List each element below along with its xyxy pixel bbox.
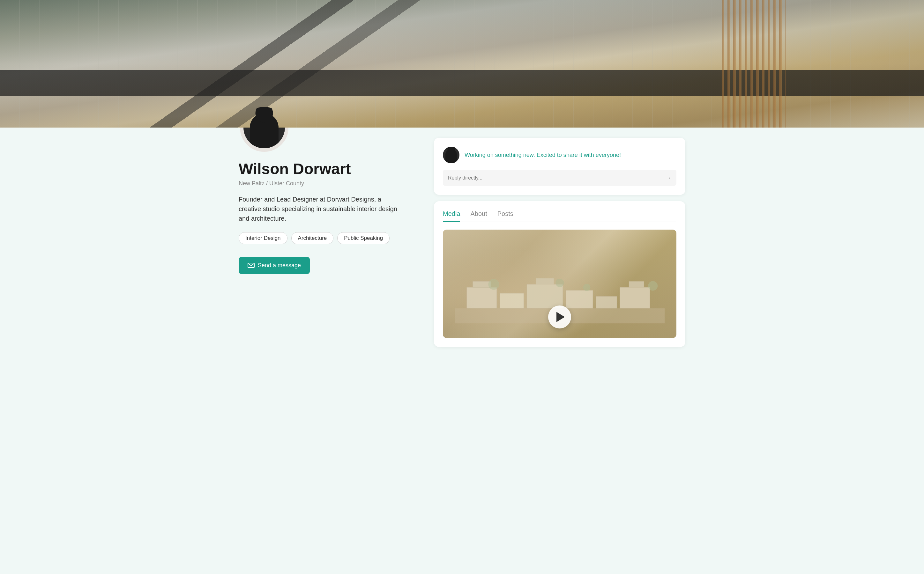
tags-container: Interior Design Architecture Public Spea… bbox=[239, 232, 424, 244]
svg-rect-9 bbox=[620, 287, 649, 308]
profile-city: New Paltz bbox=[239, 180, 264, 186]
svg-point-12 bbox=[556, 279, 564, 287]
tag-interior-design[interactable]: Interior Design bbox=[239, 232, 287, 244]
svg-point-11 bbox=[488, 279, 499, 290]
profile-section: Wilson Dorwart New Paltz / Ulster County… bbox=[239, 128, 424, 274]
mail-icon bbox=[248, 263, 254, 268]
tag-architecture[interactable]: Architecture bbox=[291, 232, 334, 244]
svg-rect-10 bbox=[629, 281, 644, 287]
profile-bio: Founder and Lead Designer at Dorwart Des… bbox=[239, 194, 404, 223]
svg-rect-5 bbox=[526, 284, 562, 308]
tag-public-speaking[interactable]: Public Speaking bbox=[337, 232, 390, 244]
video-thumbnail bbox=[443, 230, 676, 338]
location-separator: / bbox=[266, 180, 269, 186]
right-column: Working on something new. Excited to sha… bbox=[434, 128, 685, 347]
tab-about[interactable]: About bbox=[470, 210, 487, 222]
play-button[interactable] bbox=[548, 306, 571, 328]
send-message-button[interactable]: Send a message bbox=[239, 257, 310, 274]
svg-rect-8 bbox=[596, 296, 617, 308]
profile-location: New Paltz / Ulster County bbox=[239, 180, 424, 187]
send-message-label: Send a message bbox=[258, 262, 301, 269]
svg-rect-2 bbox=[466, 287, 496, 308]
tab-posts[interactable]: Posts bbox=[498, 210, 513, 222]
cover-image bbox=[0, 0, 924, 128]
svg-point-14 bbox=[648, 281, 657, 290]
message-avatar bbox=[443, 147, 460, 163]
profile-region: Ulster County bbox=[269, 180, 304, 186]
reply-input-wrapper: → bbox=[443, 170, 676, 186]
play-button-wrapper bbox=[548, 306, 571, 328]
tab-media[interactable]: Media bbox=[443, 210, 460, 222]
message-card: Working on something new. Excited to sha… bbox=[434, 138, 685, 195]
svg-point-13 bbox=[583, 284, 590, 291]
svg-rect-4 bbox=[500, 293, 524, 308]
play-icon bbox=[556, 312, 565, 322]
svg-rect-6 bbox=[536, 278, 554, 284]
reply-arrow-icon[interactable]: → bbox=[665, 174, 671, 181]
svg-rect-3 bbox=[472, 281, 490, 287]
media-tabs: Media About Posts bbox=[443, 210, 676, 222]
message-header: Working on something new. Excited to sha… bbox=[443, 147, 676, 163]
reply-input[interactable] bbox=[448, 175, 665, 181]
message-text: Working on something new. Excited to sha… bbox=[464, 152, 621, 158]
profile-name: Wilson Dorwart bbox=[239, 161, 424, 178]
media-card: Media About Posts bbox=[434, 201, 685, 347]
